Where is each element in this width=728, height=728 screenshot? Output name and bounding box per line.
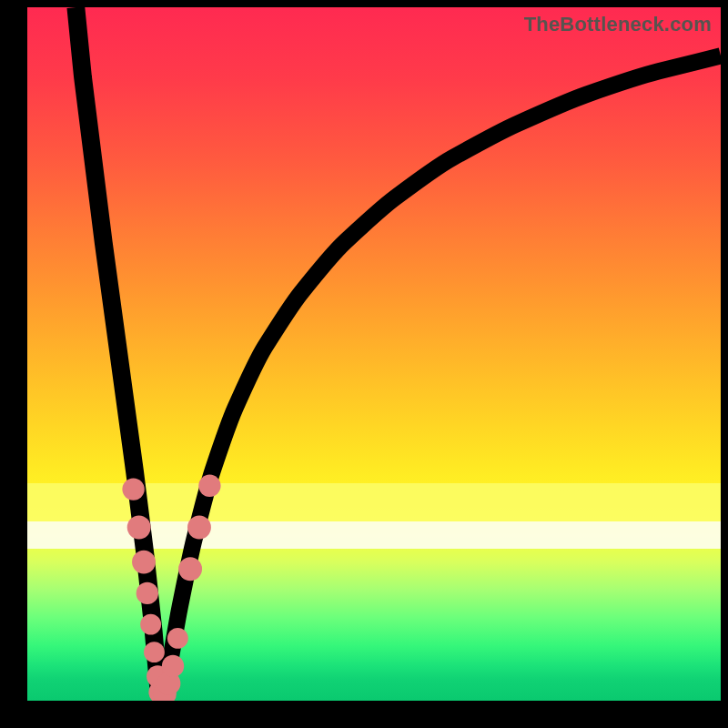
curve-right-branch	[166, 56, 721, 686]
marker-point	[198, 475, 220, 497]
marker-point	[140, 614, 161, 635]
marker-point	[127, 516, 151, 540]
marker-point	[132, 551, 156, 574]
chart-svg	[27, 7, 721, 701]
marker-point	[162, 655, 184, 677]
marker-point	[167, 628, 188, 649]
chart-frame: TheBottleneck.com	[27, 7, 721, 701]
marker-point	[136, 582, 158, 604]
watermark-text: TheBottleneck.com	[524, 13, 712, 36]
marker-point	[187, 516, 211, 540]
marker-point	[122, 478, 144, 500]
marker-point	[144, 642, 165, 662]
marker-point	[178, 557, 202, 581]
